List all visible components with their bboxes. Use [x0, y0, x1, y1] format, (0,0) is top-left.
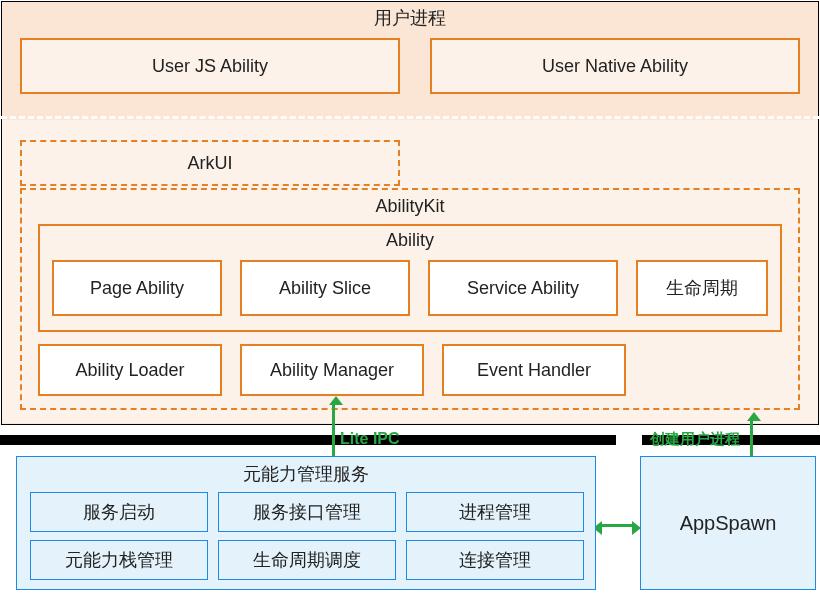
service-if-mgmt-box: 服务接口管理 — [218, 492, 396, 532]
appspawn-link-arrow — [601, 524, 633, 527]
black-bar-left — [0, 435, 616, 445]
lifecycle-box: 生命周期 — [636, 260, 768, 316]
appspawn-box: AppSpawn — [640, 456, 816, 590]
ability-group-title: Ability — [38, 230, 782, 251]
ability-loader-box: Ability Loader — [38, 344, 222, 396]
ability-manager-box: Ability Manager — [240, 344, 424, 396]
page-ability-box: Page Ability — [52, 260, 222, 316]
spawn-user-label: 创建用户进程 — [650, 430, 740, 449]
architecture-diagram: 用户进程 User JS Ability User Native Ability… — [0, 0, 820, 595]
divider-dashed — [1, 116, 819, 119]
arkui-box: ArkUI — [20, 140, 400, 186]
service-ability-box: Service Ability — [428, 260, 618, 316]
process-mgmt-box: 进程管理 — [406, 492, 584, 532]
lifecycle-sched-box: 生命周期调度 — [218, 540, 396, 580]
abilitykit-title: AbilityKit — [20, 196, 800, 217]
service-start-box: 服务启动 — [30, 492, 208, 532]
mgmt-service-title: 元能力管理服务 — [16, 462, 596, 486]
event-handler-box: Event Handler — [442, 344, 626, 396]
user-js-ability-box: User JS Ability — [20, 38, 400, 94]
ability-slice-box: Ability Slice — [240, 260, 410, 316]
spawn-user-arrow — [750, 420, 753, 458]
user-process-title: 用户进程 — [0, 6, 820, 30]
conn-mgmt-box: 连接管理 — [406, 540, 584, 580]
lite-ipc-label: Lite IPC — [340, 430, 400, 448]
stack-mgmt-box: 元能力栈管理 — [30, 540, 208, 580]
user-native-ability-box: User Native Ability — [430, 38, 800, 94]
